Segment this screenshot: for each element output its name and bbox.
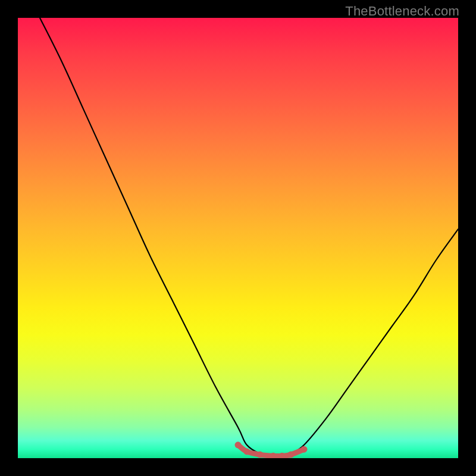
bottleneck-curve-path <box>40 18 458 458</box>
optimal-range-point <box>243 448 250 455</box>
watermark-text: TheBottleneck.com <box>345 4 459 19</box>
optimal-range-point <box>301 446 308 453</box>
plot-area <box>18 18 458 458</box>
curve-layer <box>18 18 458 458</box>
chart-frame: TheBottleneck.com <box>0 0 476 476</box>
optimal-range-point <box>235 441 242 448</box>
optimal-range-point <box>287 452 294 458</box>
optimal-range-point <box>257 452 264 458</box>
